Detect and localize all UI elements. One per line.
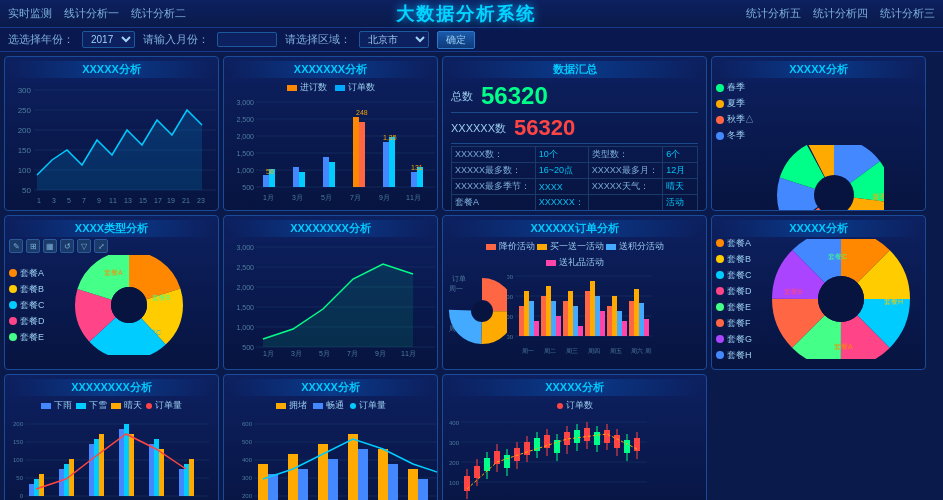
svg-rect-215 <box>378 449 388 500</box>
icon-bar[interactable]: ▦ <box>43 239 57 253</box>
nav-stat5[interactable]: 统计分析五 <box>746 6 801 21</box>
svg-rect-37 <box>263 175 269 187</box>
svg-text:500: 500 <box>507 334 514 340</box>
svg-rect-111 <box>529 301 534 336</box>
svg-text:2,500: 2,500 <box>236 264 254 271</box>
svg-rect-272 <box>634 438 640 451</box>
month-label: 请输入月份： <box>143 32 209 47</box>
svg-point-100 <box>472 301 492 321</box>
line-chart-2: 3,000 2,500 2,000 1,500 1,000 500 1月 3月 … <box>228 239 435 359</box>
nav-stat3[interactable]: 统计分析三 <box>880 6 935 21</box>
icon-table[interactable]: ⊞ <box>26 239 40 253</box>
svg-text:5月: 5月 <box>321 194 332 201</box>
svg-rect-44 <box>359 122 365 187</box>
svg-text:3,000: 3,000 <box>236 99 254 106</box>
svg-text:3,000: 3,000 <box>236 244 254 251</box>
month-input[interactable] <box>217 32 277 47</box>
svg-rect-266 <box>604 430 610 443</box>
total-value: 56320 <box>481 82 548 110</box>
svg-rect-110 <box>524 291 529 336</box>
panel-line2: XXXXXXXX分析 3,000 2,500 2,000 1,500 1,000… <box>223 215 438 370</box>
nav-right[interactable]: 统计分析五 统计分析四 统计分析三 <box>746 6 935 21</box>
svg-text:套餐C: 套餐C <box>142 329 161 336</box>
svg-text:周六: 周六 <box>631 347 643 354</box>
bar-order-week: 2,000 1,500 1,000 500 <box>507 271 652 361</box>
svg-rect-210 <box>298 469 308 500</box>
svg-text:0: 0 <box>20 493 24 499</box>
confirm-button[interactable]: 确定 <box>437 31 475 49</box>
line-chart-1: 300 250 200 150 100 50 1 3 5 7 9 11 13 1… <box>9 80 216 205</box>
svg-text:周二: 周二 <box>544 348 556 354</box>
panel-large-pie: XXXXX分析 套餐A 套餐B 套餐C 套餐D 套餐E 套餐F 套餐G 套餐H <box>711 215 926 370</box>
svg-text:订单: 订单 <box>452 275 466 282</box>
svg-rect-250 <box>524 442 530 455</box>
icon-edit[interactable]: ✎ <box>9 239 23 253</box>
panel-data-summary: 数据汇总 总数 56320 XXXXXX数 56320 XXXXX数：10个类型… <box>442 56 707 211</box>
channel-chart: 600 500 400 300 200 100 300 200 100 <box>228 414 438 500</box>
nav-stat4[interactable]: 统计分析四 <box>813 6 868 21</box>
svg-rect-112 <box>534 321 539 336</box>
icon-expand[interactable]: ⤢ <box>94 239 108 253</box>
svg-text:500: 500 <box>242 439 253 445</box>
svg-text:300: 300 <box>242 475 253 481</box>
svg-text:11月: 11月 <box>401 350 416 357</box>
svg-rect-170 <box>39 474 44 496</box>
pie-order-activities: 订单 周一 周二 <box>447 271 507 361</box>
nav-stat2[interactable]: 统计分析二 <box>131 6 186 21</box>
svg-text:11月: 11月 <box>406 194 421 201</box>
svg-text:50: 50 <box>22 186 31 195</box>
svg-text:11: 11 <box>109 197 117 204</box>
svg-rect-182 <box>159 449 164 496</box>
svg-rect-262 <box>584 428 590 441</box>
svg-rect-217 <box>408 469 418 500</box>
svg-text:7月: 7月 <box>347 350 358 357</box>
svg-text:夏季: 夏季 <box>872 193 884 202</box>
svg-rect-122 <box>590 281 595 336</box>
svg-rect-121 <box>585 291 590 336</box>
svg-text:周四: 周四 <box>588 348 600 354</box>
svg-text:200: 200 <box>13 421 24 427</box>
nav-line1[interactable]: 线计分析一 <box>64 6 119 21</box>
svg-text:1月: 1月 <box>263 350 274 357</box>
region-select[interactable]: 北京市上海市 <box>359 31 429 48</box>
svg-rect-168 <box>29 484 34 496</box>
svg-text:套餐B: 套餐B <box>784 288 803 295</box>
panel-candle-title: XXXXX分析 <box>447 379 702 396</box>
svg-text:1,000: 1,000 <box>236 167 254 174</box>
svg-text:100: 100 <box>449 480 460 486</box>
main-grid: XXXXX分析 300 250 200 150 100 50 1 3 5 7 9… <box>0 52 943 500</box>
icon-refresh[interactable]: ↺ <box>60 239 74 253</box>
svg-rect-42 <box>329 162 335 187</box>
toolbar: 选选择年份： 201720182016 请输入月份： 请选择区域： 北京市上海市… <box>0 28 943 52</box>
svg-rect-171 <box>59 469 64 496</box>
app-title: 大数据分析系统 <box>396 2 536 26</box>
svg-rect-216 <box>388 464 398 500</box>
svg-text:7: 7 <box>82 197 86 204</box>
year-select[interactable]: 201720182016 <box>82 31 135 48</box>
svg-point-71 <box>111 287 147 323</box>
bar-chart-1: 3,000 2,500 2,000 1,500 1,000 500 <box>228 97 435 205</box>
svg-text:1月: 1月 <box>263 194 274 201</box>
svg-rect-120 <box>578 326 583 336</box>
svg-rect-218 <box>418 479 428 500</box>
svg-text:1,500: 1,500 <box>507 294 514 300</box>
svg-rect-43 <box>353 117 359 187</box>
svg-rect-45 <box>383 142 389 187</box>
nav-left[interactable]: 实时监测 线计分析一 统计分析二 <box>8 6 186 21</box>
svg-text:400: 400 <box>449 420 460 426</box>
icon-filter[interactable]: ▽ <box>77 239 91 253</box>
svg-text:19: 19 <box>167 197 175 204</box>
svg-rect-113 <box>541 296 546 336</box>
nav-realtime[interactable]: 实时监测 <box>8 6 52 21</box>
svg-rect-130 <box>634 289 639 336</box>
panel-large-pie-title: XXXXX分析 <box>716 220 921 237</box>
panel-line1: XXXXX分析 300 250 200 150 100 50 1 3 5 7 9… <box>4 56 219 211</box>
svg-rect-173 <box>69 459 74 496</box>
svg-rect-117 <box>563 301 568 336</box>
svg-rect-207 <box>258 464 268 500</box>
svg-text:1,000: 1,000 <box>507 314 514 320</box>
svg-rect-248 <box>514 448 520 461</box>
panel-meal-title: XXXX类型分析 <box>9 220 214 237</box>
candlestick-chart: 400 300 200 100 <box>447 414 654 500</box>
svg-text:1,500: 1,500 <box>236 150 254 157</box>
